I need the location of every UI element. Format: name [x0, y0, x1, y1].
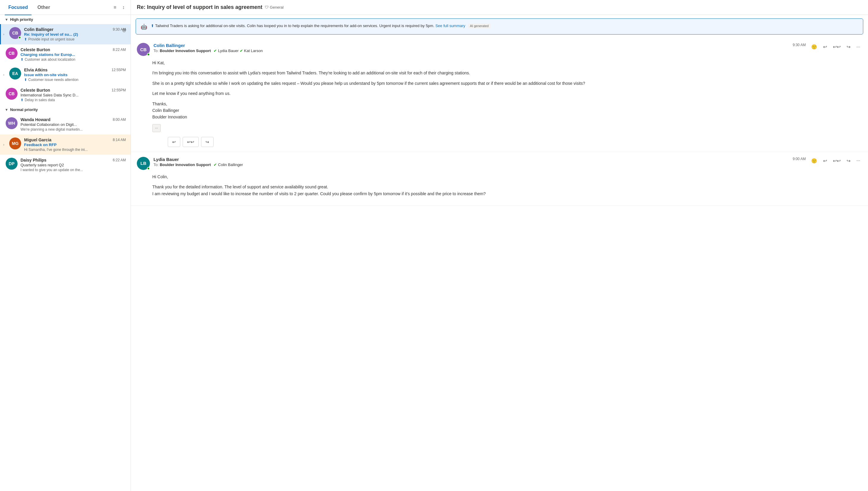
- body-line-2-1: Hi Colin,: [152, 173, 862, 180]
- email-content-cb2: Celeste Burton 8:22 AM Charging stations…: [21, 47, 126, 62]
- reply-btn-1[interactable]: ↩: [168, 137, 180, 147]
- body-line-1-2: I'm bringing you into this conversation …: [152, 69, 862, 76]
- more-button-2[interactable]: ···: [855, 157, 862, 165]
- left-panel: Focused Other ≡ ↕ ▼ High priority › CB: [0, 0, 131, 491]
- email-item-celeste-burton-2[interactable]: CB Celeste Burton 12:55PM International …: [0, 85, 130, 105]
- body-line-1-4: Let me know if you need anything from us…: [152, 90, 862, 97]
- avatar-cb2: CB: [6, 47, 18, 59]
- message-card-2: LB Lydia Bauer To: Boulder Innovation Su…: [131, 152, 868, 206]
- email-subject-dp1: Quarterly sales report Q2: [21, 163, 126, 167]
- reply-button-2[interactable]: ↩: [821, 157, 829, 165]
- email-preview-dp1: I wanted to give you an update on the...: [21, 168, 126, 172]
- email-subject-wh1: Potential Collaboration on Digit...: [21, 122, 126, 127]
- message-body-2: Hi Colin, Thank you for the detailed inf…: [152, 173, 862, 197]
- message-time-1: 9:30 AM: [793, 43, 806, 47]
- preview-text-cb2: Customer ask about localization: [25, 57, 75, 62]
- expand-icon-ea1[interactable]: ›: [3, 73, 4, 77]
- emoji-button-1[interactable]: 🙂: [809, 43, 819, 51]
- tab-focused[interactable]: Focused: [5, 2, 32, 12]
- email-subject-cb2: Charging stations for Europ...: [21, 52, 126, 57]
- email-thread: 🤖 ⬆ Tailwind Traders is asking for addit…: [131, 15, 868, 491]
- preview-icon-cb1: ⬆: [24, 37, 27, 41]
- email-item-colin-ballinger-1[interactable]: › CB Colin Ballinger 9:30 AM Re: Inquiry…: [0, 24, 130, 44]
- email-title: Re: Inquiry of level of support in sales…: [137, 4, 262, 10]
- cc-green-2: ✔: [240, 49, 243, 53]
- message-to-line-1: To: Boulder Innovation Support ✔ Lydia B…: [153, 49, 789, 53]
- preview-text-ea1: Customer issue needs attention: [28, 78, 79, 82]
- email-item-wanda-howard[interactable]: WH Wanda Howard 8:00 AM Potential Collab…: [0, 114, 130, 135]
- message-sender-name-2: Lydia Bauer: [153, 157, 789, 162]
- body-line-2-2: Thank you for the detailed information. …: [152, 183, 862, 197]
- sender-name-ea1: Elvia Atkins: [24, 67, 48, 72]
- ai-badge: AI generated: [468, 24, 490, 28]
- to-label-2: To:: [153, 163, 160, 167]
- shield-icon: 🛡: [265, 5, 269, 9]
- avatar-wrap-cb3: CB: [6, 88, 18, 100]
- expand-dots-1[interactable]: ···: [152, 124, 161, 132]
- cc-green-3: ✔: [214, 163, 217, 167]
- expand-icon-cb1[interactable]: ›: [3, 33, 4, 36]
- high-priority-chevron: ▼: [5, 18, 8, 22]
- preview-icon-ea1: ⬆: [24, 78, 27, 82]
- emoji-button-2[interactable]: 🙂: [809, 157, 819, 165]
- high-priority-header[interactable]: ▼ High priority: [0, 15, 130, 24]
- expand-icon-mg1[interactable]: ›: [3, 143, 4, 146]
- email-item-elvia-atkins[interactable]: › EA Elvia Atkins 12:55PM Issue with on-…: [0, 64, 130, 85]
- more-button-1[interactable]: ···: [855, 43, 862, 51]
- message-sender-name-1: Colin Ballinger: [153, 43, 789, 48]
- avatar-wh1: WH: [6, 117, 18, 129]
- email-time-cb2: 8:22 AM: [113, 48, 126, 52]
- summary-link[interactable]: See full summary: [436, 24, 465, 28]
- email-row1-cb3: Celeste Burton 12:55PM: [21, 88, 126, 92]
- reply-all-button-2[interactable]: ↩↩: [831, 157, 842, 165]
- avatar-wrap-mg1: MG: [9, 138, 21, 149]
- reply-buttons-1: ↩ ↩↩ ↪: [168, 137, 862, 147]
- sort-button[interactable]: ↕: [121, 4, 126, 11]
- email-row1-ea1: Elvia Atkins 12:55PM: [24, 67, 126, 72]
- sender-name-cb3: Celeste Burton: [21, 88, 50, 92]
- filter-button[interactable]: ≡: [113, 4, 118, 11]
- reply-button-1[interactable]: ↩: [821, 43, 829, 51]
- to-label-1: To:: [153, 49, 160, 53]
- email-time-dp1: 6:22 AM: [113, 158, 126, 162]
- right-panel: Re: Inquiry of level of support in sales…: [131, 0, 868, 491]
- forward-button-2[interactable]: ↪: [845, 157, 852, 165]
- preview-icon-cb2: ⬆: [21, 57, 24, 62]
- forward-btn-1[interactable]: ↪: [201, 137, 214, 147]
- avatar-ea1: EA: [9, 67, 21, 80]
- email-item-celeste-burton-1[interactable]: CB Celeste Burton 8:22 AM Charging stati…: [0, 44, 130, 64]
- message-card-1: CB Colin Ballinger To: Boulder Innovatio…: [131, 38, 868, 152]
- email-content-wh1: Wanda Howard 8:00 AM Potential Collabora…: [21, 117, 126, 132]
- email-item-daisy-philips[interactable]: DP Daisy Philips 6:22 AM Quarterly sales…: [0, 155, 130, 175]
- general-badge: 🛡 General: [265, 5, 283, 9]
- normal-priority-section: ▼ Normal priority WH Wanda Howard 8:00 A…: [0, 105, 130, 175]
- email-content-ea1: Elvia Atkins 12:55PM Issue with on-site …: [24, 67, 126, 82]
- body-line-1-5: Thanks,Colin BallingerBoulder Innovation: [152, 100, 862, 120]
- email-row1-mg1: Miguel Garcia 8:14 AM: [24, 138, 126, 142]
- at-icon-cb1: @: [122, 28, 126, 32]
- email-preview-cb1: ⬆ Provide input on urgent issue: [24, 37, 126, 41]
- tab-other[interactable]: Other: [34, 2, 54, 12]
- forward-button-1[interactable]: ↪: [845, 43, 852, 51]
- reply-all-btn-1[interactable]: ↩↩: [183, 137, 199, 147]
- normal-priority-header[interactable]: ▼ Normal priority: [0, 105, 130, 114]
- email-subject-cb3: International Sales Data Sync D...: [21, 93, 126, 97]
- preview-text-dp1: I wanted to give you an update on the...: [21, 168, 83, 172]
- email-content-dp1: Daisy Philips 6:22 AM Quarterly sales re…: [21, 158, 126, 172]
- email-time-mg1: 8:14 AM: [113, 138, 126, 142]
- email-subject-ea1: Issue with on-site visits: [24, 73, 126, 77]
- email-item-miguel-garcia[interactable]: › MG Miguel Garcia 8:14 AM Feedback on R…: [0, 135, 130, 155]
- avatar-wrap-cb1: CB: [9, 27, 21, 39]
- sender-name-cb1: Colin Ballinger: [24, 27, 54, 32]
- sender-name-dp1: Daisy Philips: [21, 158, 47, 163]
- cc-kat: Kat Larson: [244, 49, 263, 53]
- message-sender-info-2: Lydia Bauer To: Boulder Innovation Suppo…: [153, 157, 789, 167]
- email-time-wh1: 8:00 AM: [113, 118, 126, 122]
- preview-text-wh1: We're planning a new digital marketin...: [21, 127, 83, 132]
- general-label: General: [270, 5, 283, 9]
- tabs-bar: Focused Other ≡ ↕: [0, 0, 130, 15]
- cc-colin: Colin Ballinger: [218, 163, 243, 167]
- message-to-line-2: To: Boulder Innovation Support ✔ Colin B…: [153, 163, 789, 167]
- reply-all-button-1[interactable]: ↩↩: [831, 43, 842, 51]
- email-content-cb1: Colin Ballinger 9:30 AM Re: Inquiry of l…: [24, 27, 126, 41]
